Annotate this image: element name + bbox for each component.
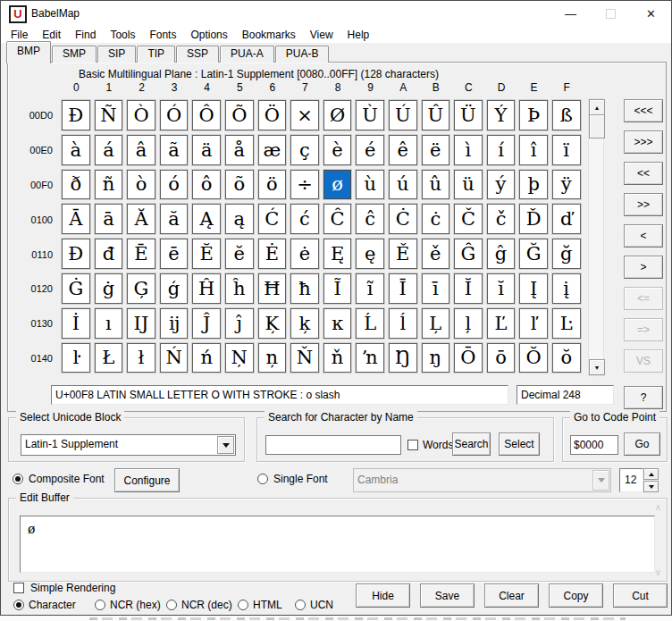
- char-cell-0120-4[interactable]: Ĥ: [192, 273, 221, 304]
- char-cell-0110-E[interactable]: Ğ: [519, 239, 548, 269]
- char-cell-0140-7[interactable]: Ň: [290, 343, 319, 373]
- char-cell-0140-E[interactable]: Ŏ: [519, 343, 548, 373]
- menu-edit[interactable]: Edit: [35, 28, 68, 42]
- format-radio-ncr-dec-[interactable]: [166, 600, 177, 610]
- configure-button[interactable]: Configure: [114, 468, 180, 492]
- char-cell-00D0-E[interactable]: Þ: [519, 100, 548, 130]
- help-button[interactable]: ?: [624, 386, 663, 409]
- char-cell-00E0-5[interactable]: å: [225, 135, 254, 165]
- scroll-down-icon[interactable]: ▼: [589, 359, 605, 375]
- char-cell-00F0-9[interactable]: ù: [356, 170, 384, 200]
- search-input[interactable]: [265, 435, 401, 455]
- tab-pua-b[interactable]: PUA-B: [275, 46, 330, 63]
- char-cell-0130-8[interactable]: ĸ: [323, 308, 352, 339]
- char-cell-0130-1[interactable]: ı: [95, 308, 123, 339]
- char-cell-00E0-B[interactable]: ë: [422, 135, 450, 165]
- char-cell-0140-C[interactable]: Ō: [454, 343, 483, 373]
- char-cell-00D0-2[interactable]: Ò: [127, 100, 155, 130]
- char-cell-00F0-A[interactable]: ú: [389, 170, 417, 200]
- minimize-button[interactable]: —: [550, 1, 591, 26]
- char-cell-00E0-D[interactable]: í: [487, 135, 516, 165]
- char-cell-0110-2[interactable]: Ē: [127, 239, 155, 269]
- char-cell-0120-0[interactable]: Ġ: [62, 273, 90, 304]
- format-radio-character[interactable]: [13, 600, 24, 610]
- char-cell-0100-2[interactable]: Ă: [127, 204, 155, 234]
- go-button[interactable]: Go: [624, 432, 660, 456]
- char-cell-0110-3[interactable]: ē: [160, 239, 189, 269]
- char-cell-0100-5[interactable]: ą: [225, 204, 254, 234]
- char-cell-0100-8[interactable]: Ĉ: [323, 204, 352, 234]
- char-cell-0120-E[interactable]: Į: [519, 273, 548, 304]
- char-cell-0100-9[interactable]: ĉ: [356, 204, 384, 234]
- char-cell-0120-3[interactable]: ģ: [160, 273, 189, 304]
- menu-file[interactable]: File: [4, 28, 35, 42]
- nav-button-prev-jump[interactable]: <=: [624, 287, 663, 310]
- nav-button-next-char[interactable]: >: [624, 256, 663, 279]
- char-cell-0110-B[interactable]: ě: [422, 239, 450, 269]
- char-cell-0130-F[interactable]: Ŀ: [552, 308, 581, 339]
- char-cell-00E0-9[interactable]: é: [356, 135, 384, 165]
- char-cell-0120-6[interactable]: Ħ: [258, 273, 287, 304]
- char-cell-00D0-9[interactable]: Ù: [356, 100, 384, 130]
- char-cell-0120-8[interactable]: Ĩ: [323, 273, 352, 304]
- tab-smp[interactable]: SMP: [52, 46, 97, 63]
- char-cell-00E0-E[interactable]: î: [519, 135, 548, 165]
- char-cell-00D0-B[interactable]: Û: [422, 100, 450, 130]
- char-cell-0130-7[interactable]: ķ: [290, 308, 319, 339]
- char-cell-00F0-C[interactable]: ü: [454, 170, 483, 200]
- format-radio-ucn[interactable]: [295, 600, 306, 610]
- cut-button[interactable]: Cut: [613, 583, 668, 608]
- char-cell-00F0-0[interactable]: ð: [62, 170, 90, 200]
- char-cell-00D0-6[interactable]: Ö: [258, 100, 287, 130]
- menu-find[interactable]: Find: [68, 28, 103, 42]
- save-button[interactable]: Save: [420, 583, 475, 608]
- char-cell-00F0-7[interactable]: ÷: [290, 170, 319, 200]
- char-cell-0110-7[interactable]: ė: [290, 239, 319, 269]
- char-cell-0100-F[interactable]: ď: [552, 204, 581, 234]
- char-cell-0140-0[interactable]: ŀ: [62, 343, 90, 373]
- hide-button[interactable]: Hide: [356, 583, 410, 608]
- buffer-scroll-up-icon[interactable]: ∧: [655, 502, 661, 512]
- char-cell-0120-C[interactable]: Ĭ: [454, 273, 483, 304]
- char-cell-0140-9[interactable]: ŉ: [356, 343, 384, 373]
- char-cell-0110-1[interactable]: đ: [95, 239, 123, 269]
- char-cell-00E0-A[interactable]: ê: [389, 135, 417, 165]
- char-cell-0110-F[interactable]: ğ: [552, 239, 581, 269]
- scroll-up-icon[interactable]: ▲: [589, 99, 605, 115]
- char-cell-0110-8[interactable]: Ę: [323, 239, 352, 269]
- char-cell-00D0-7[interactable]: ×: [290, 100, 319, 130]
- stepper-down-icon[interactable]: [643, 481, 659, 492]
- nav-button-prev-block-set[interactable]: <<<: [624, 99, 663, 122]
- char-cell-0110-A[interactable]: Ě: [389, 239, 417, 269]
- single-font-radio[interactable]: [257, 474, 268, 484]
- char-cell-0100-A[interactable]: Ċ: [389, 204, 417, 234]
- char-cell-00E0-6[interactable]: æ: [258, 135, 287, 165]
- char-cell-00F0-F[interactable]: ÿ: [552, 170, 581, 200]
- char-cell-0140-3[interactable]: Ń: [160, 343, 189, 373]
- char-cell-0120-F[interactable]: į: [552, 273, 581, 304]
- stepper-up-icon[interactable]: [643, 468, 659, 480]
- char-cell-00F0-8[interactable]: ø: [323, 170, 352, 200]
- char-cell-00E0-0[interactable]: à: [62, 135, 90, 165]
- char-cell-00F0-3[interactable]: ó: [160, 170, 189, 200]
- char-cell-00E0-1[interactable]: á: [95, 135, 123, 165]
- tab-ssp[interactable]: SSP: [176, 46, 219, 63]
- char-cell-00F0-4[interactable]: ô: [192, 170, 221, 200]
- char-cell-00F0-1[interactable]: ñ: [95, 170, 123, 200]
- nav-button-variation-selector[interactable]: VS: [624, 349, 663, 373]
- char-cell-0110-D[interactable]: ĝ: [487, 239, 516, 269]
- char-cell-0110-0[interactable]: Đ: [62, 239, 90, 269]
- menu-options[interactable]: Options: [183, 28, 234, 42]
- char-cell-0110-5[interactable]: ĕ: [225, 239, 254, 269]
- char-cell-0120-9[interactable]: ĩ: [356, 273, 384, 304]
- char-cell-0120-2[interactable]: Ģ: [127, 273, 155, 304]
- tab-bmp[interactable]: BMP: [6, 41, 51, 63]
- char-cell-00F0-E[interactable]: þ: [519, 170, 548, 200]
- maximize-button[interactable]: [591, 1, 631, 26]
- char-cell-0100-E[interactable]: Ď: [519, 204, 548, 234]
- char-cell-0130-9[interactable]: Ĺ: [356, 308, 384, 339]
- char-cell-00E0-F[interactable]: ï: [552, 135, 581, 165]
- char-cell-0120-5[interactable]: ĥ: [225, 273, 254, 304]
- char-cell-0120-B[interactable]: ī: [422, 273, 450, 304]
- char-cell-00D0-8[interactable]: Ø: [323, 100, 352, 130]
